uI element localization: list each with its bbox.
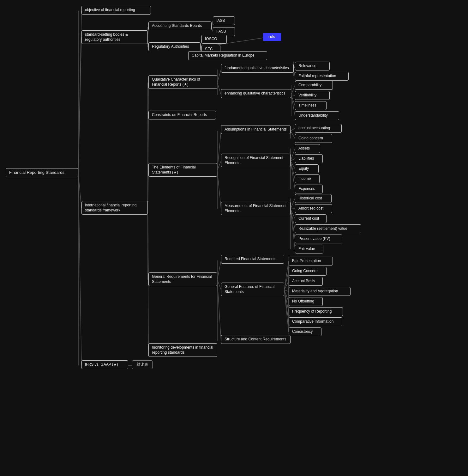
svg-line-36 (291, 209, 295, 209)
svg-line-29 (291, 131, 295, 138)
iosco-node[interactable]: IOSCO (201, 35, 227, 44)
std-bodies-node[interactable]: standard-setting bodies & regulatory aut… (81, 30, 148, 44)
struct-content-node[interactable]: Structure and Content Requirements (221, 335, 291, 344)
svg-line-37 (291, 209, 295, 219)
present-val-node[interactable]: Present value (PV) (295, 235, 342, 243)
svg-line-17 (217, 70, 221, 82)
svg-line-28 (291, 128, 295, 131)
role-badge[interactable]: role (263, 33, 281, 41)
consistency-node[interactable]: Consistency (289, 327, 321, 336)
root-node[interactable]: Financial Reporting Standards (6, 168, 78, 177)
ifrs-gaap-node[interactable]: IFRS vs. GAAP (★) (81, 360, 128, 369)
constraints-node[interactable]: Constraints on Financial Reports (148, 111, 216, 119)
expenses-node[interactable]: Expenses (295, 185, 323, 193)
svg-line-34 (291, 161, 295, 189)
cap-mkt-node[interactable]: Capital Markets Regulation in Europe (188, 51, 267, 60)
hist-cost-node[interactable]: Historical cost (295, 194, 332, 203)
svg-line-25 (217, 131, 221, 170)
assets-node[interactable]: Assets (295, 144, 320, 153)
svg-line-51 (284, 290, 289, 332)
fair-value-node[interactable]: Fair value (295, 245, 323, 253)
svg-line-21 (291, 85, 295, 95)
recognition-node[interactable]: Recognition of Financial Statement Eleme… (221, 154, 291, 167)
monitor-node[interactable]: monitoring developments in financial rep… (148, 343, 217, 357)
svg-line-31 (291, 159, 295, 161)
svg-line-38 (291, 209, 295, 229)
objective-node[interactable]: objective of financial reporting (81, 6, 151, 15)
equity-node[interactable]: Equity (295, 164, 319, 173)
no-offset-node[interactable]: No Offsetting (289, 297, 323, 306)
elements-node[interactable]: The Elements of Financial Statements (★) (148, 163, 217, 177)
verifiability-node[interactable]: Verifiability (295, 91, 330, 100)
comparability-node[interactable]: Comparability (295, 81, 333, 90)
svg-line-43 (217, 280, 221, 341)
svg-line-48 (284, 290, 289, 302)
acct-std-boards-node[interactable]: Accounting Standards Boards (148, 21, 212, 30)
timeliness-node[interactable]: Timeliness (295, 101, 327, 110)
svg-line-46 (284, 281, 289, 290)
svg-line-18 (217, 82, 221, 95)
income-node[interactable]: Income (295, 174, 320, 183)
svg-line-47 (284, 290, 289, 291)
svg-line-33 (291, 161, 295, 179)
ifrs-framework-node[interactable]: international financial reporting standa… (81, 201, 148, 215)
accrual-basis-node[interactable]: Accrual Basis (289, 277, 323, 286)
liabilities-node[interactable]: Liabilities (295, 154, 323, 163)
svg-line-49 (284, 290, 289, 312)
accrual-node[interactable]: accrual accounting (295, 124, 342, 133)
svg-line-23 (291, 95, 295, 106)
understandability-node[interactable]: Understandability (295, 111, 339, 120)
svg-line-32 (291, 161, 295, 169)
svg-line-26 (217, 161, 221, 170)
assumptions-node[interactable]: Assumptions in Financial Statements (221, 125, 291, 134)
measurement-node[interactable]: Measurement of Financial Statement Eleme… (221, 202, 291, 215)
req-fin-stmt-node[interactable]: Required Financial Statements (221, 255, 284, 264)
amort-cost-node[interactable]: Amortised cost (295, 204, 332, 213)
svg-line-22 (291, 95, 295, 95)
svg-line-15 (148, 208, 148, 280)
svg-line-0 (78, 11, 81, 174)
freq-report-node[interactable]: Frequency of Reporting (289, 307, 343, 316)
svg-line-44 (284, 261, 289, 290)
svg-line-35 (291, 198, 295, 209)
compare-table-node[interactable]: 対比表 (132, 360, 153, 369)
materiality-node[interactable]: Materiality and Aggregation (289, 287, 351, 296)
svg-line-3 (78, 174, 81, 365)
svg-line-24 (291, 95, 295, 116)
svg-line-39 (291, 209, 295, 239)
svg-line-50 (284, 290, 289, 322)
svg-line-45 (284, 271, 289, 290)
svg-line-13 (148, 116, 148, 208)
svg-line-42 (217, 280, 221, 290)
enh-qual-node[interactable]: enhancing qualitative characteristics (221, 89, 291, 98)
svg-line-41 (217, 260, 221, 280)
svg-line-1 (78, 37, 81, 174)
realizable-node[interactable]: Realizable (settlement) value (295, 224, 361, 233)
svg-line-2 (78, 174, 81, 208)
svg-line-30 (291, 149, 295, 161)
fund-qual-node[interactable]: fundamental qualitative characteristics (221, 64, 294, 73)
curr-cost-node[interactable]: Current cost (295, 214, 327, 223)
qual-char-node[interactable]: Qualitative Characteristics of Financial… (148, 75, 217, 89)
gen-feat-node[interactable]: General Features of Financial Statements (221, 283, 284, 296)
reg-auth-node[interactable]: Regulatory Authorities (148, 42, 201, 51)
svg-line-27 (217, 170, 221, 209)
mind-map-canvas: Financial Reporting Standards objective … (0, 0, 468, 476)
gen-req-node[interactable]: General Requirements for Financial State… (148, 272, 217, 286)
going-concern-assump-node[interactable]: Going concern (295, 134, 332, 143)
relevance-node[interactable]: Relevance (295, 62, 330, 70)
comp-info-node[interactable]: Comparative Information (289, 317, 342, 326)
iasb-node[interactable]: IASB (213, 16, 235, 25)
fair-pres-node[interactable]: Fair Presentation (289, 257, 333, 265)
faithful-node[interactable]: Faithful representation (295, 72, 349, 81)
svg-line-12 (148, 82, 148, 208)
going-concern-node[interactable]: Going Concern (289, 267, 327, 276)
svg-line-40 (291, 209, 295, 249)
